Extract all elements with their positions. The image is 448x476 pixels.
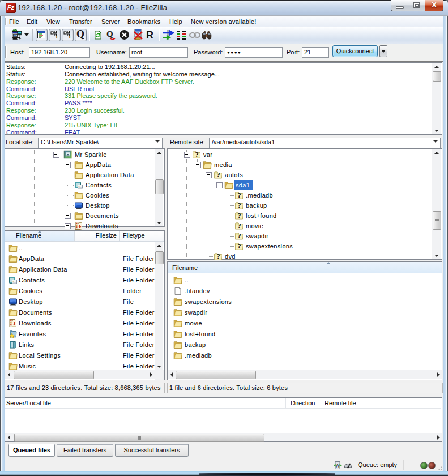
svg-text:Q: Q xyxy=(106,29,113,38)
svg-text:F: F xyxy=(69,35,71,38)
svg-text:A: A xyxy=(336,463,340,469)
svg-text:L: L xyxy=(56,35,58,38)
